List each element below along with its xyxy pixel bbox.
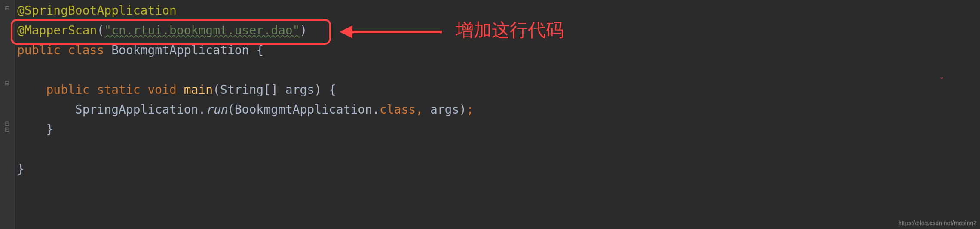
code-line: @SpringBootApplication <box>17 1 980 21</box>
code-line-empty <box>17 60 980 80</box>
brace: { <box>249 43 263 57</box>
code-line-empty <box>17 139 980 159</box>
fold-marker-icon[interactable]: ⊟ <box>5 80 10 86</box>
method-main: main <box>184 83 213 97</box>
string-literal: "cn.rtui.bookmgmt.user.dao" <box>104 23 300 37</box>
annotation-mapperscan: @MapperScan <box>17 23 97 37</box>
indent <box>17 122 46 136</box>
semicolon: ; <box>466 102 474 117</box>
code-line: } <box>17 120 980 139</box>
class-ref: SpringApplication <box>75 102 199 117</box>
paren: ) <box>300 23 307 37</box>
brace: } <box>17 162 24 176</box>
gutter: ⊟ ⊟ ⊟ ⊟ <box>0 0 15 229</box>
code-line: public class BookmgmtApplication { <box>17 40 980 60</box>
indent <box>17 83 46 97</box>
code-line: } <box>17 159 980 179</box>
class-identifier: BookmgmtApplication <box>111 43 249 57</box>
indent <box>17 102 75 117</box>
keyword-class: class <box>380 102 416 117</box>
code-content[interactable]: @SpringBootApplication @MapperScan("cn.r… <box>17 0 980 179</box>
keyword-public: public <box>46 83 97 97</box>
keyword-class: class <box>68 43 111 57</box>
method-separator-icon: ˅ <box>940 77 943 85</box>
params: (String[] args) { <box>213 83 336 97</box>
method-run: run <box>205 102 227 117</box>
keyword-void: void <box>147 83 184 97</box>
args: args) <box>430 102 466 117</box>
code-line: @MapperScan("cn.rtui.bookmgmt.user.dao") <box>17 21 980 40</box>
code-line: public static void main(String[] args) { <box>17 80 980 100</box>
fold-marker-icon[interactable]: ⊟ <box>5 127 10 132</box>
code-editor[interactable]: ⊟ ⊟ ⊟ ⊟ @SpringBootApplication @MapperSc… <box>0 0 980 229</box>
brace: } <box>46 122 53 136</box>
dot: . <box>372 102 380 117</box>
comma: , <box>416 102 430 117</box>
keyword-public: public <box>17 43 68 57</box>
paren: ( <box>97 23 104 37</box>
code-line: SpringApplication.run(BookmgmtApplicatio… <box>17 100 980 120</box>
paren-args: (BookmgmtApplication <box>227 102 372 117</box>
watermark-text: https://blog.csdn.net/mosing2 <box>898 220 977 226</box>
fold-marker-icon[interactable]: ⊟ <box>5 5 10 11</box>
dot: . <box>198 102 205 117</box>
annotation-springboot: @SpringBootApplication <box>17 3 177 18</box>
keyword-static: static <box>97 83 147 97</box>
